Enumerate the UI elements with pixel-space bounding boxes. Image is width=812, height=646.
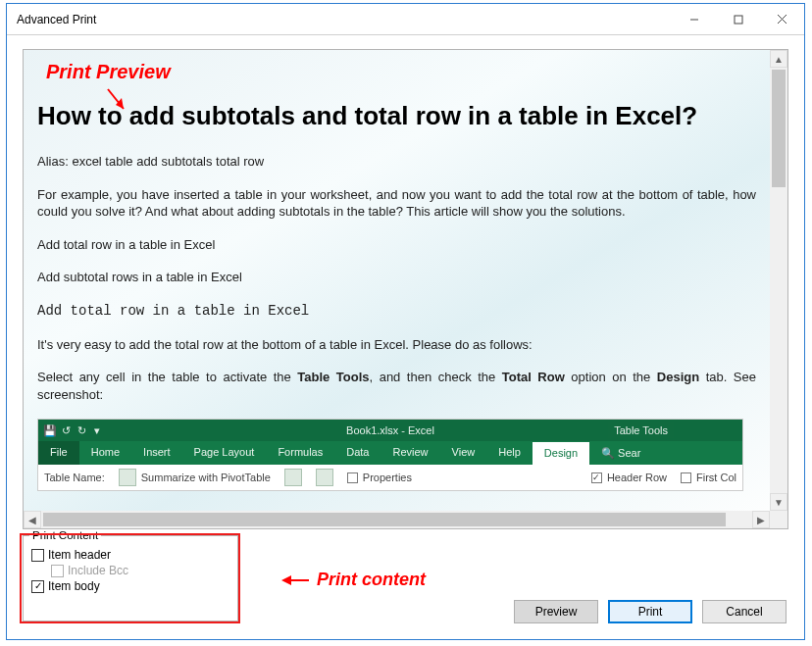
ribbon-properties: Properties	[363, 472, 412, 483]
scroll-right-button[interactable]: ▶	[752, 511, 770, 528]
ribbon-search: 🔍Sear	[589, 441, 652, 465]
save-icon: 💾	[44, 424, 56, 436]
ribbon-tabletools: Table Tools	[608, 422, 674, 438]
close-button[interactable]	[760, 4, 804, 35]
svg-marker-7	[281, 575, 291, 585]
print-content-group: Print Content Item header Include Bcc ✓ …	[23, 535, 238, 621]
minimize-button[interactable]	[672, 4, 716, 35]
scroll-down-button[interactable]: ▼	[770, 493, 787, 511]
headerrow-checkbox: ✓	[591, 472, 602, 483]
ribbon-tab-design: Design	[533, 441, 589, 465]
ribbon-tab-data: Data	[334, 441, 381, 465]
ribbon-tablename-label: Table Name:	[44, 472, 105, 483]
ribbon-icon	[316, 469, 333, 486]
preview-content: How to add subtotals and total row in a …	[24, 50, 770, 511]
item-body-label: Item body	[48, 579, 100, 593]
annotation-print-content: Print content	[281, 570, 426, 590]
horizontal-scrollbar[interactable]: ◀ ▶	[24, 511, 770, 528]
scroll-up-button[interactable]: ▲	[770, 50, 787, 68]
annotation-arrow-icon	[102, 85, 131, 118]
print-content-legend: Print Content	[29, 529, 101, 541]
ribbon-headerrow: Header Row	[607, 472, 667, 483]
preview-alias: Alias: excel table add subtotals total r…	[37, 153, 756, 171]
preview-link: Add total row in a table in Excel	[37, 236, 756, 254]
ribbon-tab-home: Home	[79, 441, 131, 465]
scroll-thumb[interactable]	[772, 70, 786, 187]
search-icon: 🔍	[601, 447, 615, 460]
preview-button[interactable]: Preview	[514, 600, 598, 623]
titlebar: Advanced Print	[7, 4, 804, 35]
preview-heading: How to add subtotals and total row in a …	[37, 101, 756, 131]
pivot-icon	[119, 469, 136, 486]
ribbon-tab-formulas: Formulas	[266, 441, 334, 465]
firstcol-checkbox	[681, 472, 691, 483]
ribbon-tab-pagelayout: Page Layout	[182, 441, 267, 465]
dropdown-icon: ▾	[91, 424, 103, 436]
cancel-button[interactable]: Cancel	[702, 600, 787, 623]
ribbon-summarize: Summarize with PivotTable	[141, 472, 271, 483]
scroll-corner	[770, 511, 787, 528]
ribbon-tab-review: Review	[381, 441, 439, 465]
ribbon-tab-view: View	[440, 441, 487, 465]
preview-link: Add subtotal rows in a table in Excel	[37, 269, 756, 286]
ribbon-icon	[284, 469, 302, 486]
item-body-option[interactable]: ✓ Item body	[31, 579, 229, 593]
scroll-left-button[interactable]: ◀	[24, 511, 41, 528]
include-bcc-label: Include Bcc	[68, 564, 128, 577]
dialog-button-row: Preview Print Cancel	[514, 600, 787, 623]
undo-icon: ↺	[60, 424, 72, 436]
include-bcc-checkbox	[51, 565, 64, 577]
include-bcc-option: Include Bcc	[51, 564, 229, 577]
vertical-scrollbar[interactable]: ▲ ▼	[770, 50, 787, 511]
item-header-option[interactable]: Item header	[31, 548, 229, 562]
print-button[interactable]: Print	[608, 600, 692, 623]
redo-icon: ↻	[76, 424, 87, 436]
svg-rect-1	[735, 16, 742, 24]
excel-ribbon-screenshot: 💾 ↺ ↻ ▾ Book1.xlsx - Excel Table Tools F…	[37, 419, 743, 491]
annotation-arrow-icon	[281, 573, 311, 587]
ribbon-tab-insert: Insert	[131, 441, 182, 465]
preview-subheading: Add total row in a table in Excel	[37, 302, 756, 321]
preview-paragraph: It's very easy to add the total row at t…	[37, 336, 756, 354]
scroll-thumb[interactable]	[43, 513, 726, 526]
preview-paragraph: For example, you have inserted a table i…	[37, 186, 756, 221]
dialog-window: Advanced Print How to add subtotals and …	[6, 3, 805, 640]
ribbon-firstcol: First Col	[696, 472, 736, 483]
print-preview-pane: How to add subtotals and total row in a …	[23, 49, 788, 529]
window-title: Advanced Print	[17, 13, 672, 26]
item-body-checkbox[interactable]: ✓	[31, 580, 44, 593]
maximize-button[interactable]	[716, 4, 760, 35]
ribbon-tab-help: Help	[486, 441, 533, 465]
properties-icon	[347, 472, 358, 483]
item-header-label: Item header	[48, 548, 111, 562]
preview-paragraph: Select any cell in the table to activate…	[37, 369, 756, 403]
ribbon-tab-file: File	[38, 441, 79, 465]
item-header-checkbox[interactable]	[31, 549, 44, 562]
